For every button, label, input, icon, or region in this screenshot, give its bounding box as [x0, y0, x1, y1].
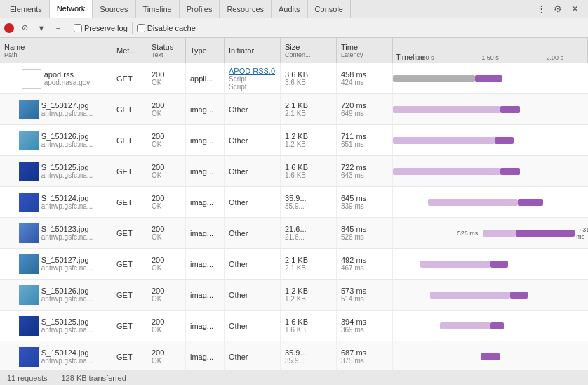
size-cell: 3.6 KB3.6 KB	[281, 63, 337, 93]
table-row[interactable]: S_150125.jpgantrwp.gsfc.na...GET200OKima…	[0, 156, 588, 187]
size-cell: 2.1 KB2.1 KB	[281, 249, 337, 279]
tabs-left: ElementsNetworkSourcesTimelineProfilesRe…	[3, 0, 535, 18]
thumbnail	[19, 347, 39, 367]
table-row[interactable]: S_150126.jpgantrwp.gsfc.na...GET200OKima…	[0, 125, 588, 156]
initiator-link[interactable]: APOD RSS:0	[229, 67, 276, 75]
disable-cache-input[interactable]	[137, 24, 145, 32]
col-status[interactable]: Status Text	[147, 38, 186, 63]
tab-profiles[interactable]: Profiles	[180, 0, 220, 18]
tab-console[interactable]: Console	[308, 0, 351, 18]
initiator-sub: Script	[229, 75, 276, 83]
size-cell: 1.2 KB1.2 KB	[281, 280, 337, 310]
table-header: Name Path Met... Status Text Type Initia…	[0, 38, 588, 63]
col-initiator[interactable]: Initiator	[225, 38, 281, 63]
receive-bar	[481, 353, 500, 360]
time-timeline-cell: 687 ms375 ms	[337, 341, 588, 370]
wait-bar	[430, 292, 510, 299]
close-icon[interactable]: ✕	[568, 3, 581, 15]
settings-icon[interactable]: ⚙	[552, 3, 564, 15]
col-method[interactable]: Met...	[112, 38, 147, 63]
method-cell: GET	[112, 280, 147, 310]
size-cell: 35.9...35.9...	[281, 187, 337, 217]
time-value: 573 ms	[341, 287, 388, 295]
status-cell: 200OK	[147, 341, 186, 370]
latency-value: 339 ms	[341, 202, 388, 210]
table-row[interactable]: S_150124.jpgantrwp.gsfc.na...GET200OKima…	[0, 341, 588, 370]
size-value: 2.1 KB	[285, 101, 332, 110]
file-path: antrwp.gsfc.na...	[41, 110, 93, 117]
filter-icon[interactable]: ▼	[35, 22, 48, 34]
col-time-and-timeline[interactable]: Time Latency Timeline 1.00 s1.50 s2.00 s	[337, 38, 588, 63]
preserve-log-input[interactable]	[74, 24, 82, 32]
table-row[interactable]: S_150125.jpgantrwp.gsfc.na...GET200OKima…	[0, 311, 588, 341]
time-cell: 573 ms514 ms	[337, 280, 393, 310]
time-timeline-cell: 722 ms643 ms	[337, 156, 588, 186]
status-text: OK	[152, 110, 181, 117]
time-cell: 458 ms424 ms	[337, 63, 393, 93]
timeline-bar-cell	[393, 249, 588, 279]
tab-network[interactable]: Network	[50, 0, 93, 18]
latency-value: 649 ms	[341, 110, 388, 117]
method-cell: GET	[112, 63, 147, 93]
table-row[interactable]: apod.rssapod.nasa.govGET200OKappli...APO…	[0, 63, 588, 94]
initiator-cell: Other	[225, 125, 281, 155]
file-name: S_150124.jpg	[41, 348, 93, 357]
time-value: 845 ms	[341, 225, 388, 233]
disable-cache-checkbox[interactable]: Disable cache	[137, 24, 196, 32]
name-cell: S_150127.jpgantrwp.gsfc.na...	[0, 94, 112, 124]
tab-resources[interactable]: Resources	[220, 0, 272, 18]
file-path: antrwp.gsfc.na...	[41, 264, 93, 272]
type-cell: imag...	[186, 125, 225, 155]
time-timeline-cell: 720 ms649 ms	[337, 94, 588, 124]
status-text: OK	[152, 326, 181, 334]
col-type[interactable]: Type	[186, 38, 225, 63]
file-name: S_150126.jpg	[41, 287, 93, 295]
time-cell: 722 ms643 ms	[337, 156, 393, 186]
tab-audits[interactable]: Audits	[272, 0, 308, 18]
clear-icon[interactable]: ⊘	[18, 22, 31, 34]
file-path: antrwp.gsfc.na...	[41, 171, 93, 179]
wait-bar	[420, 261, 490, 268]
wait-bar	[393, 137, 495, 144]
receive-bar	[518, 199, 543, 206]
method-cell: GET	[112, 311, 147, 341]
status-code: 200	[152, 225, 181, 233]
table-row[interactable]: S_150124.jpgantrwp.gsfc.na...GET200OKima…	[0, 187, 588, 218]
transferred-size: 128 KB transferred	[61, 374, 126, 382]
time-cell: 720 ms649 ms	[337, 94, 393, 124]
preserve-log-checkbox[interactable]: Preserve log	[74, 24, 128, 32]
tab-sources[interactable]: Sources	[93, 0, 135, 18]
table-row[interactable]: S_150127.jpgantrwp.gsfc.na...GET200OKima…	[0, 94, 588, 125]
name-cell: S_150127.jpgantrwp.gsfc.na...	[0, 249, 112, 279]
wait-bar	[393, 75, 475, 82]
col-size[interactable]: Size Conten...	[281, 38, 337, 63]
table-row[interactable]: S_150127.jpgantrwp.gsfc.na...GET200OKima…	[0, 249, 588, 280]
record-button[interactable]	[4, 23, 14, 33]
bar-arrow-label: →319 ms	[576, 226, 588, 240]
size-cell: 35.9...35.9...	[281, 341, 337, 370]
status-code: 200	[152, 348, 181, 357]
view-toggle-icon[interactable]: ≡	[52, 22, 65, 34]
initiator-cell: APOD RSS:0ScriptScript	[225, 63, 281, 93]
size-value: 3.6 KB	[285, 70, 332, 79]
tab-timeline[interactable]: Timeline	[136, 0, 180, 18]
status-text: OK	[152, 202, 181, 210]
table-row[interactable]: S_150123.jpgantrwp.gsfc.na...GET200OKima…	[0, 218, 588, 249]
status-cell: 200OK	[147, 311, 186, 341]
status-text: OK	[152, 295, 181, 303]
time-cell: 711 ms651 ms	[337, 125, 393, 155]
status-cell: 200OK	[147, 125, 186, 155]
thumbnail	[22, 69, 41, 89]
table-row[interactable]: S_150126.jpgantrwp.gsfc.na...GET200OKima…	[0, 280, 588, 311]
file-name: apod.rss	[44, 70, 91, 79]
time-timeline-cell: 845 ms526 ms526 ms→319 ms	[337, 218, 588, 248]
more-tools-icon[interactable]: ⋮	[535, 3, 547, 15]
thumbnail	[19, 285, 39, 305]
tab-elements[interactable]: Elements	[3, 0, 50, 18]
size-content: 3.6 KB	[285, 79, 332, 86]
receive-bar	[500, 106, 520, 113]
status-code: 200	[152, 256, 181, 264]
name-cell: S_150124.jpgantrwp.gsfc.na...	[0, 187, 112, 217]
time-cell: 687 ms375 ms	[337, 341, 393, 370]
col-name[interactable]: Name Path	[0, 38, 112, 63]
